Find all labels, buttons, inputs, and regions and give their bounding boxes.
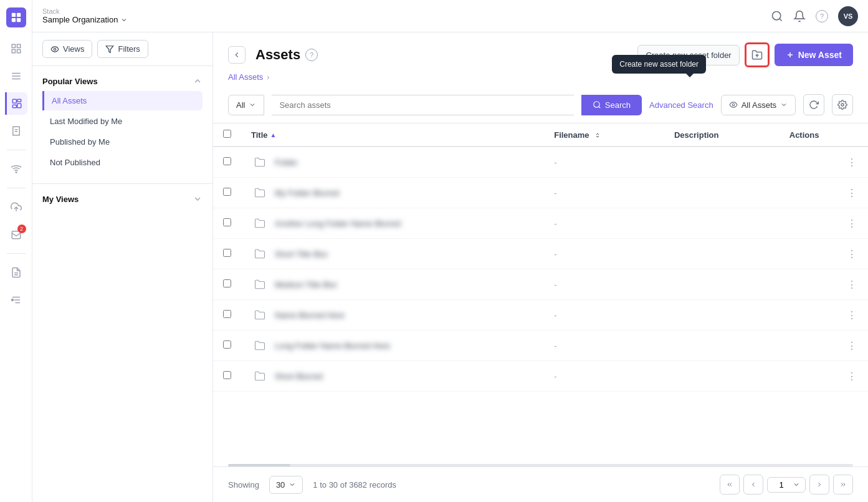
rail-logs-icon[interactable]: [5, 261, 27, 284]
row-checkbox[interactable]: [223, 340, 231, 349]
row-actions-cell: ⋮: [780, 300, 868, 331]
search-input[interactable]: [272, 95, 573, 115]
rail-settings-icon[interactable]: [5, 289, 27, 311]
tooltip: Create new asset folder: [612, 55, 706, 74]
svg-rect-14: [12, 105, 16, 108]
row-title-cell: Short Title Blur: [241, 239, 544, 269]
rail-wifi-icon[interactable]: [5, 158, 27, 180]
search-button[interactable]: Search: [581, 95, 642, 115]
assets-header: Assets ? Create new asset folder Create …: [213, 32, 868, 67]
row-title[interactable]: Another Long Folder Name Blurred: [275, 219, 401, 228]
row-folder-icon: [251, 153, 269, 171]
row-folder-icon: [251, 245, 269, 263]
sort-arrow-icon[interactable]: ▲: [270, 132, 277, 138]
sidebar-item-all-assets[interactable]: All Assets: [42, 91, 203, 110]
filename-sort-icon[interactable]: [594, 132, 601, 139]
page-input[interactable]: [773, 480, 790, 490]
rail-divider-2: [7, 188, 26, 188]
row-checkbox[interactable]: [223, 218, 231, 226]
page-title: Assets: [255, 47, 300, 63]
page-input-wrap: [767, 477, 806, 493]
row-checkbox[interactable]: [223, 371, 231, 379]
row-checkbox[interactable]: [223, 310, 231, 318]
row-folder-icon: [251, 276, 269, 293]
first-page-button[interactable]: [720, 475, 740, 495]
sidebar-item-not-published[interactable]: Not Published: [42, 153, 203, 172]
folder-icon-button[interactable]: [745, 42, 770, 67]
user-avatar[interactable]: VS: [838, 6, 858, 26]
rail-upload-icon[interactable]: [5, 196, 27, 218]
search-filter-select[interactable]: All: [228, 95, 264, 115]
row-description-cell: [664, 239, 780, 269]
filters-button[interactable]: Filters: [97, 40, 148, 58]
select-all-checkbox[interactable]: [223, 130, 231, 138]
my-views-expand-icon[interactable]: [193, 194, 203, 204]
row-actions-menu[interactable]: ⋮: [847, 310, 858, 321]
help-icon[interactable]: ?: [816, 10, 828, 22]
last-page-button[interactable]: [833, 475, 853, 495]
row-actions-cell: ⋮: [780, 147, 868, 178]
row-actions-menu[interactable]: ⋮: [847, 371, 858, 382]
row-title[interactable]: Name Blurred Here: [275, 311, 345, 320]
row-title[interactable]: My Folder Blurred: [275, 188, 339, 198]
rail-divider-3: [7, 253, 26, 254]
per-page-select[interactable]: 30: [269, 476, 303, 494]
row-actions-menu[interactable]: ⋮: [847, 279, 858, 290]
rail-list-icon[interactable]: [5, 65, 27, 87]
row-title[interactable]: Medium Title Blur: [275, 280, 337, 289]
row-checkbox-cell: [213, 147, 241, 178]
table-row: Another Long Folder Name Blurred - ⋮: [213, 208, 868, 239]
row-checkbox[interactable]: [223, 188, 231, 196]
rail-content-icon[interactable]: [5, 120, 27, 142]
row-checkbox[interactable]: [223, 279, 231, 287]
svg-point-27: [773, 11, 781, 19]
row-actions-menu[interactable]: ⋮: [847, 218, 858, 229]
table-row: Long Folder Name Blurred Here - ⋮: [213, 331, 868, 361]
table-settings-button[interactable]: [832, 94, 853, 115]
refresh-icon: [809, 100, 819, 110]
row-checkbox[interactable]: [223, 157, 231, 165]
sidebar-item-published-by-me[interactable]: Published by Me: [42, 132, 203, 152]
row-actions-menu[interactable]: ⋮: [847, 157, 858, 168]
org-name[interactable]: Sample Organization: [42, 15, 128, 24]
row-actions-menu[interactable]: ⋮: [847, 249, 858, 259]
row-title-cell: Name Blurred Here: [241, 300, 544, 331]
next-page-button[interactable]: [809, 475, 829, 495]
back-button[interactable]: [228, 46, 246, 64]
row-title-cell: Folder: [241, 147, 544, 178]
left-panel: Views Filters Popular Views All Assets L…: [32, 32, 213, 502]
row-checkbox-cell: [213, 178, 241, 208]
views-button[interactable]: Views: [42, 40, 92, 58]
notifications-icon[interactable]: [793, 10, 806, 22]
breadcrumb-all-assets[interactable]: All Assets: [228, 72, 263, 82]
row-actions-menu[interactable]: ⋮: [847, 340, 858, 351]
table-settings-icon: [837, 100, 847, 110]
rail-dashboard-icon[interactable]: [5, 37, 27, 60]
breadcrumb-arrow: ›: [267, 72, 269, 82]
rail-assets-icon[interactable]: [5, 92, 27, 115]
row-folder-icon: [251, 367, 269, 385]
row-checkbox[interactable]: [223, 249, 231, 257]
assets-info-icon[interactable]: ?: [305, 49, 318, 61]
row-title[interactable]: Short Title Blur: [275, 249, 328, 259]
all-assets-filter[interactable]: All Assets: [721, 95, 796, 115]
th-actions: Actions: [780, 123, 868, 147]
collapse-icon[interactable]: [193, 76, 203, 86]
page-nav: [720, 475, 853, 495]
app-logo[interactable]: [6, 7, 26, 27]
prev-page-button[interactable]: [743, 475, 763, 495]
page-input-chevron-icon[interactable]: [793, 481, 800, 488]
sidebar-item-last-modified[interactable]: Last Modified by Me: [42, 112, 203, 131]
refresh-button[interactable]: [803, 94, 824, 115]
advanced-search-link[interactable]: Advanced Search: [649, 100, 713, 110]
search-header-icon[interactable]: [771, 10, 783, 22]
new-asset-button[interactable]: New Asset: [775, 44, 853, 66]
row-filename: -: [554, 188, 556, 198]
row-title[interactable]: Folder: [275, 158, 298, 167]
row-title[interactable]: Short Blurred: [275, 372, 323, 381]
rail-tasks-icon[interactable]: 2: [5, 223, 27, 246]
row-filename-cell: -: [544, 239, 664, 269]
svg-rect-0: [11, 13, 15, 17]
row-title[interactable]: Long Folder Name Blurred Here: [275, 341, 390, 350]
row-actions-menu[interactable]: ⋮: [847, 188, 858, 198]
